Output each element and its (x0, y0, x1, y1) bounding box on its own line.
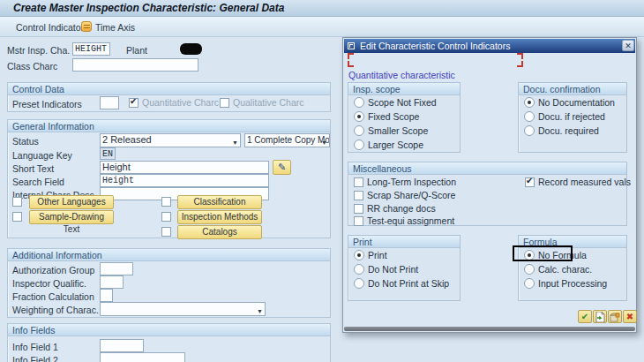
checkbox-checked-icon (129, 98, 139, 108)
radio-scope-not-fixed[interactable]: Scope Not Fixed (354, 97, 437, 108)
dialog-titlebar[interactable]: Edit Characteristic Control Indicators (344, 39, 635, 53)
radio-do-not-print-at-skip[interactable]: Do Not Print at Skip (354, 278, 449, 289)
time-axis-button[interactable]: Time Axis (95, 20, 135, 34)
radio-label: Smaller Scope (368, 125, 428, 136)
radio-selected-icon (524, 97, 535, 108)
classification-button[interactable]: Classification (177, 195, 262, 209)
qualitative-charc-checkbox[interactable]: Qualitative Charc (220, 97, 304, 108)
inspection-methods-checkbox[interactable] (161, 212, 171, 222)
class-charc-input[interactable] (72, 58, 198, 72)
fraction-calculation-input[interactable] (100, 289, 113, 302)
quantitative-charc-label: Quantitative Charc (142, 97, 219, 108)
radio-selected-icon (524, 250, 535, 260)
dialog-bottom-shadow (344, 327, 635, 331)
insp-scope-header: Insp. scope (348, 83, 460, 95)
short-text-label: Short Text (12, 163, 54, 174)
checkbox-unchecked-icon (12, 197, 22, 207)
copy-model-dropdown[interactable]: 1 Complete Copy Model ▼ (244, 133, 330, 147)
radio-icon (354, 264, 364, 275)
info-field-1-input[interactable] (100, 339, 144, 352)
radio-smaller-scope[interactable]: Smaller Scope (354, 125, 428, 136)
cancel-button[interactable]: ✖ (623, 310, 637, 323)
radio-label: Docu. if rejected (538, 111, 605, 122)
catalogs-checkbox[interactable] (161, 227, 171, 237)
radio-selected-icon (354, 250, 364, 260)
sample-drawing-checkbox[interactable] (12, 212, 22, 222)
inspector-qualific-input[interactable] (100, 275, 124, 289)
checkbox-unchecked-icon (220, 98, 229, 108)
class-charc-label: Class Charc (7, 61, 57, 72)
radio-larger-scope[interactable]: Larger Scope (354, 140, 423, 150)
confirm-button[interactable]: ✔ (578, 310, 592, 323)
classification-checkbox[interactable] (161, 197, 171, 207)
rr-change-docs-checkbox[interactable]: RR change docs (354, 203, 436, 214)
short-text-input[interactable]: Height (100, 161, 269, 174)
quantitative-charc-checkbox[interactable]: Quantitative Charc (129, 97, 219, 108)
edit-control-indicators-dialog: Edit Characteristic Control Indicators ✕… (342, 37, 637, 333)
radio-fixed-scope[interactable]: Fixed Scope (354, 111, 419, 122)
copy-model-value: 1 Complete Copy Model (247, 135, 330, 145)
radio-label: Fixed Scope (368, 111, 419, 122)
additional-information-section: Additional Information Authorization Gro… (7, 248, 331, 318)
radio-print[interactable]: Print (354, 250, 387, 260)
docu-confirmation-group: Docu. confirmation No Documentation Docu… (518, 82, 627, 153)
edit-text-button[interactable]: ✎ (273, 160, 291, 175)
search-field-input[interactable]: Height (100, 174, 269, 187)
preset-indicators-label: Preset Indicators (12, 99, 82, 109)
test-equi-assignment-checkbox[interactable]: Test-equi assignment (354, 215, 454, 226)
record-measured-vals-checkbox[interactable]: Record measured vals (525, 177, 631, 187)
long-term-inspection-checkbox[interactable]: Long-Term Inspection (354, 177, 456, 187)
radio-label: Input Processing (538, 278, 607, 289)
close-button[interactable]: ✕ (622, 40, 634, 51)
radio-icon (524, 111, 535, 122)
import-button[interactable] (608, 310, 622, 323)
page-title: Create Master Inspection Characteristic:… (0, 0, 644, 17)
radio-no-documentation[interactable]: No Documentation (524, 97, 615, 108)
mstr-insp-cha-input[interactable]: HEIGHT (72, 42, 110, 56)
status-dropdown[interactable]: 2 Released ▼ (100, 133, 241, 147)
radio-calc-charac[interactable]: Calc. charac. (524, 264, 592, 275)
catalogs-button[interactable]: Catalogs (177, 225, 262, 239)
additional-information-header: Additional Information (8, 249, 330, 261)
control-indicators-button[interactable]: Control Indicators (16, 20, 88, 34)
radio-no-formula[interactable]: No Formula (524, 250, 587, 260)
miscellaneous-group: Miscellaneous Long-Term Inspection Scrap… (348, 162, 627, 226)
cursor-marker-top-right (517, 53, 523, 59)
radio-icon (524, 125, 535, 136)
dropdown-arrow-icon: ▼ (321, 137, 327, 147)
weighting-dropdown[interactable]: ▼ (100, 302, 266, 316)
plant-label: Plant (126, 45, 147, 56)
sample-drawing-text-button[interactable]: Sample-Drawing Text (29, 210, 114, 224)
radio-icon (524, 278, 535, 289)
radio-label: Calc. charac. (538, 264, 592, 275)
checkbox-label: Record measured vals (538, 177, 631, 187)
radio-label: Docu. required (538, 125, 599, 136)
copy-page-icon (595, 312, 605, 322)
radio-docu-required[interactable]: Docu. required (524, 125, 599, 136)
info-field-2-label: Info Field 2 (12, 355, 58, 362)
dialog-window-icon (348, 42, 355, 49)
other-languages-checkbox[interactable] (12, 197, 22, 207)
scrap-share-checkbox[interactable]: Scrap Share/Q-Score (354, 190, 455, 200)
inspection-methods-button[interactable]: Inspection Methods (177, 210, 262, 224)
pencil-icon: ✎ (278, 162, 286, 172)
copy-button[interactable] (593, 310, 607, 323)
radio-input-processing[interactable]: Input Processing (524, 278, 607, 289)
language-key-input[interactable]: EN (100, 147, 116, 160)
general-information-section: General Information Status 2 Released ▼ … (7, 119, 331, 238)
checkbox-unchecked-icon (12, 212, 22, 222)
info-field-2-input[interactable] (100, 352, 185, 362)
preset-indicators-input[interactable] (100, 96, 119, 109)
radio-label: Do Not Print at Skip (368, 278, 449, 289)
dropdown-arrow-icon: ▼ (257, 305, 263, 316)
radio-label: No Documentation (538, 97, 615, 108)
other-languages-button[interactable]: Other Languages (29, 195, 114, 209)
radio-do-not-print[interactable]: Do Not Print (354, 264, 418, 275)
control-data-section: Control Data Preset Indicators Quantitat… (7, 82, 331, 112)
radio-label: Scope Not Fixed (368, 97, 437, 108)
inspector-qualific-label: Inspector Qualific. (12, 278, 86, 289)
authorization-group-input[interactable] (100, 262, 133, 275)
radio-selected-icon (354, 111, 364, 122)
close-icon: ✕ (625, 41, 632, 50)
radio-docu-if-rejected[interactable]: Docu. if rejected (524, 111, 605, 122)
